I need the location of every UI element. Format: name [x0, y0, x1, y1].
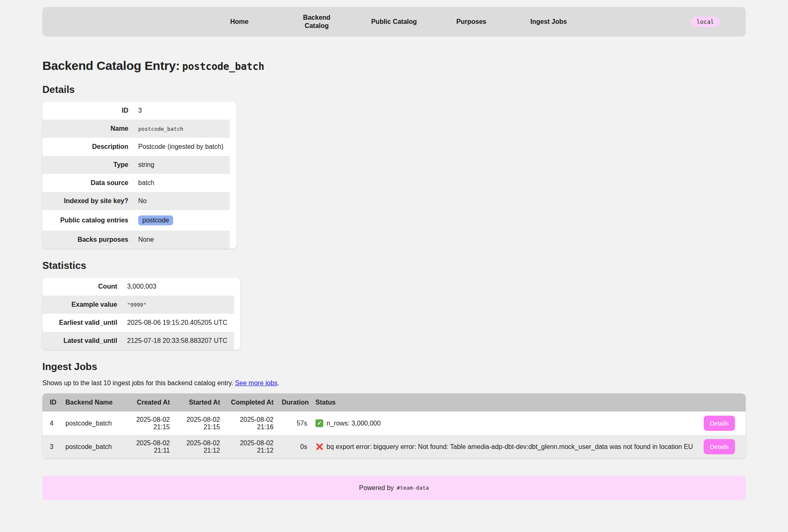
- footer-text: Powered by: [359, 484, 394, 492]
- job-actions: Details: [700, 412, 746, 435]
- column-header-backend-name: Backend Name: [61, 393, 128, 412]
- table-row: 3 postcode_batch 2025-08-02 21:11 2025-0…: [42, 435, 746, 458]
- job-status: n_rows: 3,000,000: [311, 412, 700, 435]
- column-header-completed-at: Completed At: [224, 393, 278, 412]
- column-header-started-at: Started At: [174, 393, 224, 412]
- job-started-at: 2025-08-02 21:15: [174, 412, 224, 435]
- column-header-id: ID: [42, 393, 61, 412]
- job-status: bq export error: bigquery error: Not fou…: [311, 435, 700, 458]
- column-header-duration: Duration: [278, 393, 311, 412]
- job-completed-at: 2025-08-02 21:12: [224, 435, 278, 458]
- ingest-jobs-card: ID Backend Name Created At Started At Co…: [42, 393, 746, 458]
- statistics-card: Count 3,000,003 Example value "9999" Ear…: [42, 278, 240, 350]
- table-row: Example value "9999": [42, 296, 234, 314]
- job-created-at: 2025-08-02 21:15: [128, 412, 174, 435]
- nav-item-backend-catalog[interactable]: Backend Catalog: [278, 14, 355, 30]
- ingest-jobs-intro: Shows up to the last 10 ingest jobs for …: [42, 379, 746, 387]
- table-row: Backs purposes None: [42, 231, 230, 249]
- table-row: Indexed by site key? No: [42, 192, 230, 210]
- details-button[interactable]: Details: [704, 416, 735, 431]
- table-row: 4 postcode_batch 2025-08-02 21:15 2025-0…: [42, 412, 746, 435]
- top-navbar: Home Backend Catalog Public Catalog Purp…: [42, 7, 746, 36]
- details-table: ID 3 Name postcode_batch Description Pos…: [42, 102, 230, 249]
- column-header-created-at: Created At: [128, 393, 174, 412]
- table-row: Public catalog entries postcode: [42, 210, 230, 231]
- job-backend-name: postcode_batch: [61, 435, 128, 458]
- column-header-status: Status: [311, 393, 700, 412]
- details-heading: Details: [42, 84, 746, 95]
- footer: Powered by #team-data: [42, 476, 746, 500]
- table-row: Count 3,000,003: [42, 278, 234, 296]
- table-row: Name postcode_batch: [42, 120, 230, 138]
- public-catalog-entry-badge[interactable]: postcode: [138, 215, 173, 225]
- job-duration: 57s: [278, 412, 311, 435]
- success-icon: [315, 419, 323, 427]
- job-actions: Details: [700, 435, 746, 458]
- page-title: Backend Catalog Entry:postcode_batch: [42, 59, 746, 73]
- job-backend-name: postcode_batch: [61, 412, 128, 435]
- entry-name: postcode_batch: [182, 61, 264, 72]
- table-row: Type string: [42, 156, 230, 174]
- statistics-heading: Statistics: [42, 260, 746, 271]
- nav-item-public-catalog[interactable]: Public Catalog: [355, 18, 433, 26]
- table-row: Data source batch: [42, 174, 230, 192]
- ingest-jobs-table: ID Backend Name Created At Started At Co…: [42, 393, 746, 458]
- table-row: Earliest valid_until 2025-08-06 19:15:20…: [42, 314, 234, 332]
- table-header-row: ID Backend Name Created At Started At Co…: [42, 393, 746, 412]
- job-duration: 0s: [278, 435, 311, 458]
- job-started-at: 2025-08-02 21:12: [174, 435, 224, 458]
- details-card: ID 3 Name postcode_batch Description Pos…: [42, 102, 236, 249]
- job-created-at: 2025-08-02 21:11: [128, 435, 174, 458]
- statistics-table: Count 3,000,003 Example value "9999" Ear…: [42, 278, 234, 350]
- job-id: 4: [42, 412, 61, 435]
- footer-team-tag: #team-data: [397, 485, 429, 491]
- nav-item-purposes[interactable]: Purposes: [433, 18, 510, 26]
- error-icon: [315, 443, 323, 451]
- environment-badge: local: [691, 16, 720, 27]
- nav-item-ingest-jobs[interactable]: Ingest Jobs: [510, 18, 587, 26]
- ingest-jobs-heading: Ingest Jobs: [42, 361, 746, 372]
- table-row: Description Postcode (ingested by batch): [42, 138, 230, 156]
- job-id: 3: [42, 435, 61, 458]
- column-header-actions: [700, 393, 746, 412]
- table-row: ID 3: [42, 102, 230, 120]
- details-button[interactable]: Details: [704, 439, 735, 454]
- job-completed-at: 2025-08-02 21:16: [224, 412, 278, 435]
- see-more-jobs-link[interactable]: See more jobs: [235, 379, 277, 386]
- nav-item-home[interactable]: Home: [201, 18, 278, 26]
- table-row: Latest valid_until 2125-07-18 20:33:58.8…: [42, 332, 234, 350]
